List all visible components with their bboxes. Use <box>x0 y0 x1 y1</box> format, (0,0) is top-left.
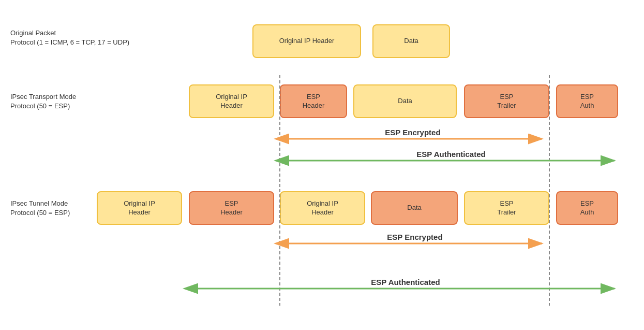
tunnel-esp-authenticated-label: ESP Authenticated <box>371 278 440 286</box>
transport-esp-authenticated-label: ESP Authenticated <box>416 150 485 159</box>
transport-esp-encrypted-label: ESP Encrypted <box>385 128 440 137</box>
tunnel-esp-encrypted-label: ESP Encrypted <box>387 233 442 241</box>
diagram-svg: ESP Encrypted ESP Authenticated ESP Encr… <box>0 0 644 330</box>
ipsec-diagram: Original Packet Protocol (1 = ICMP, 6 = … <box>0 0 644 330</box>
